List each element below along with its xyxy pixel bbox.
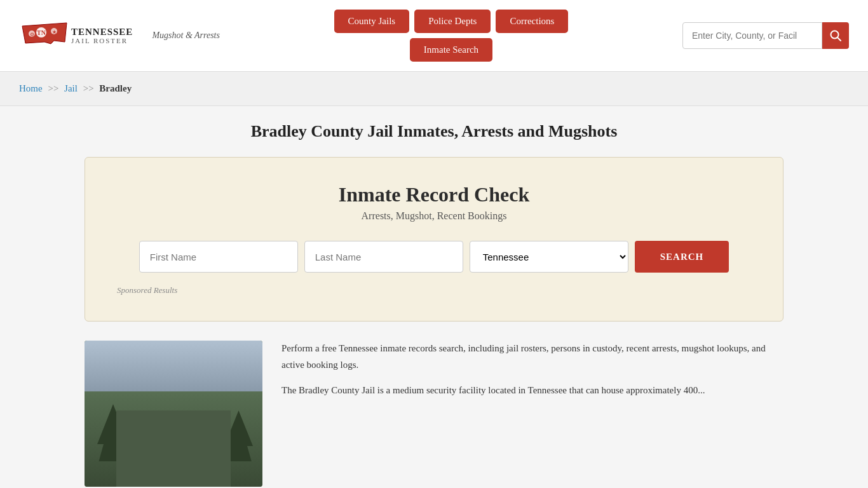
- sky-bg: [85, 341, 262, 391]
- last-name-input[interactable]: [304, 241, 463, 273]
- header-search-button[interactable]: [822, 22, 849, 49]
- record-card: Inmate Record Check Arrests, Mugshot, Re…: [85, 157, 783, 322]
- svg-line-7: [837, 37, 841, 41]
- content-paragraph-1: Perform a free Tennessee inmate records …: [281, 341, 783, 373]
- breadcrumb-home[interactable]: Home: [19, 83, 43, 93]
- inmate-search-form: AlabamaAlaskaArizonaArkansasCaliforniaCo…: [117, 241, 751, 273]
- state-select[interactable]: AlabamaAlaskaArizonaArkansasCaliforniaCo…: [470, 241, 628, 273]
- breadcrumb: Home >> Jail >> Bradley: [0, 72, 868, 106]
- content-text: Perform a free Tennessee inmate records …: [281, 341, 783, 409]
- main-nav: County Jails Police Depts Corrections In…: [239, 10, 663, 62]
- svg-text:★: ★: [52, 29, 57, 35]
- breadcrumb-sep2: >>: [83, 83, 94, 93]
- breadcrumb-jail[interactable]: Jail: [64, 83, 78, 93]
- sponsored-label: Sponsored Results: [117, 285, 751, 295]
- nav-row-bottom: Inmate Search: [410, 38, 492, 62]
- svg-text:TN: TN: [37, 29, 46, 36]
- record-card-subtitle: Arrests, Mugshot, Recent Bookings: [117, 210, 751, 222]
- svg-text:⚙: ⚙: [30, 32, 34, 37]
- site-tagline: Mugshot & Arrests: [152, 30, 220, 41]
- nav-county-jails[interactable]: County Jails: [334, 10, 410, 33]
- first-name-input[interactable]: [139, 241, 298, 273]
- nav-police-depts[interactable]: Police Depts: [414, 10, 491, 33]
- image-inner: [85, 341, 262, 487]
- inmate-search-button[interactable]: SEARCH: [635, 241, 729, 273]
- record-card-title: Inmate Record Check: [117, 183, 751, 207]
- page-title: Bradley County Jail Inmates, Arrests and…: [85, 122, 783, 141]
- logo-text: TENNESSEE JAIL ROSTER: [71, 27, 133, 45]
- site-header: TN ★ ⚙ TENNESSEE JAIL ROSTER Mugshot & A…: [0, 0, 868, 72]
- site-name-line2: JAIL ROSTER: [71, 37, 133, 44]
- nav-inmate-search[interactable]: Inmate Search: [410, 38, 492, 62]
- facility-image: [85, 341, 262, 487]
- breadcrumb-current: Bradley: [99, 83, 132, 93]
- breadcrumb-sep1: >>: [48, 83, 58, 93]
- nav-corrections[interactable]: Corrections: [496, 10, 568, 33]
- content-paragraph-2: The Bradley County Jail is a medium secu…: [281, 383, 783, 399]
- search-icon: [830, 30, 841, 41]
- header-search: [682, 22, 849, 49]
- header-search-input[interactable]: [682, 22, 822, 49]
- content-section: Perform a free Tennessee inmate records …: [85, 341, 783, 487]
- main-content: Bradley County Jail Inmates, Arrests and…: [72, 106, 796, 488]
- nav-row-top: County Jails Police Depts Corrections: [334, 10, 569, 33]
- logo-icon: TN ★ ⚙: [19, 13, 64, 58]
- building-shape: [116, 410, 231, 487]
- site-name-line1: TENNESSEE: [71, 27, 133, 37]
- site-logo[interactable]: TN ★ ⚙ TENNESSEE JAIL ROSTER: [19, 13, 133, 58]
